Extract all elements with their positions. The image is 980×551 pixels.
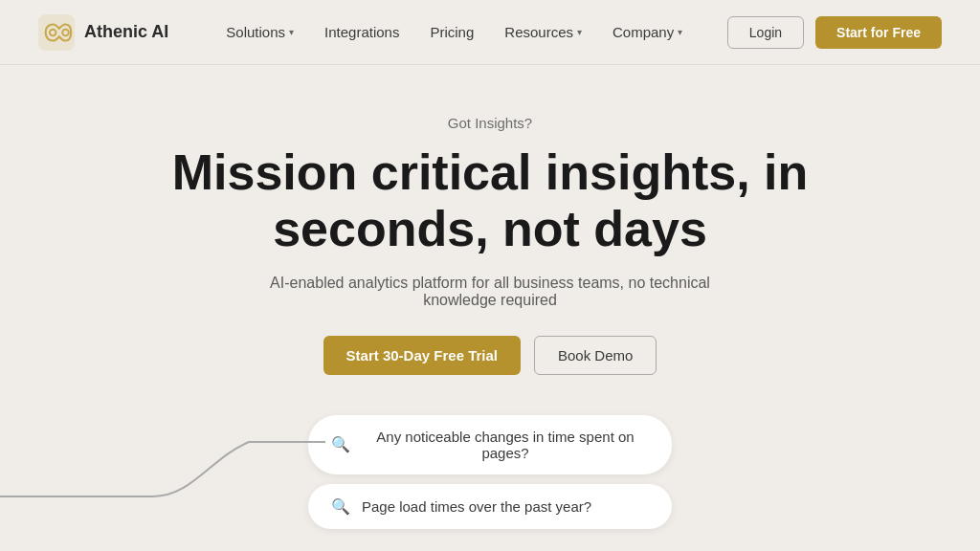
query-text-1: Any noticeable changes in time spent on … (362, 429, 649, 461)
hero-section: Got Insights? Mission critical insights,… (0, 65, 980, 529)
query-cards-area: 🔍 Any noticeable changes in time spent o… (0, 415, 980, 529)
navbar: Athenic AI Solutions ▾ Integrations Pric… (0, 0, 980, 65)
chevron-down-icon: ▾ (289, 27, 294, 37)
chevron-down-icon: ▾ (577, 27, 582, 37)
start-free-button[interactable]: Start for Free (815, 16, 942, 49)
nav-pricing[interactable]: Pricing (430, 24, 474, 40)
hero-subtitle: AI-enabled analytics platform for all bu… (241, 275, 739, 309)
search-icon: 🔍 (331, 497, 350, 516)
nav-integrations[interactable]: Integrations (324, 24, 399, 40)
search-icon: 🔍 (331, 435, 350, 453)
logo-icon (38, 14, 75, 51)
demo-button[interactable]: Book Demo (534, 336, 657, 375)
nav-company[interactable]: Company ▾ (612, 24, 682, 40)
nav-actions: Login Start for Free (727, 16, 942, 49)
logo-area[interactable]: Athenic AI (38, 14, 168, 51)
hero-buttons: Start 30-Day Free Trial Book Demo (323, 336, 657, 375)
wave-graphic (0, 406, 325, 520)
query-card-1: 🔍 Any noticeable changes in time spent o… (308, 415, 672, 474)
nav-solutions[interactable]: Solutions ▾ (226, 24, 294, 40)
login-button[interactable]: Login (727, 16, 804, 49)
chevron-down-icon: ▾ (678, 27, 682, 37)
query-text-2: Page load times over the past year? (362, 498, 591, 515)
nav-resources[interactable]: Resources ▾ (504, 24, 582, 40)
nav-links: Solutions ▾ Integrations Pricing Resourc… (226, 24, 726, 40)
query-card-2: 🔍 Page load times over the past year? (308, 484, 672, 529)
hero-title: Mission critical insights, in seconds, n… (165, 144, 815, 257)
brand-name: Athenic AI (84, 22, 168, 42)
trial-button[interactable]: Start 30-Day Free Trial (323, 336, 521, 375)
hero-eyebrow: Got Insights? (448, 115, 532, 131)
